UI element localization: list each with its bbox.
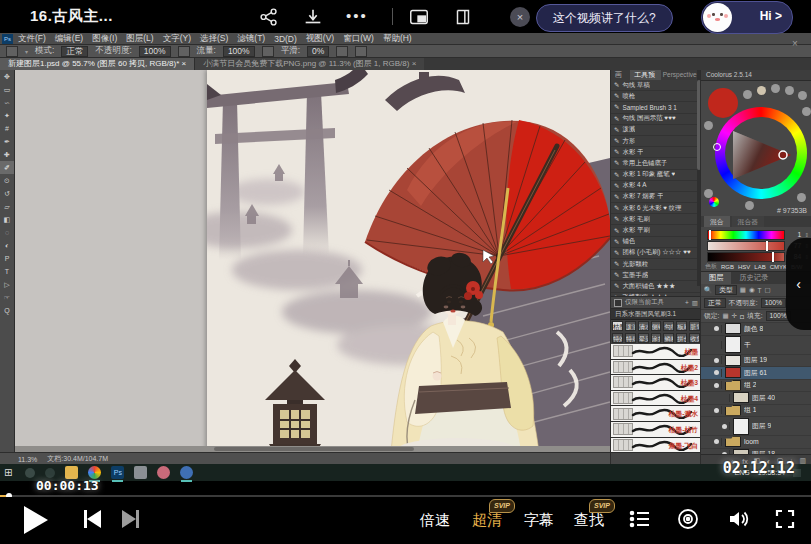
smoothing-select[interactable]: 0%: [307, 46, 329, 57]
menu-item[interactable]: 图像(I): [92, 33, 117, 45]
zoom-level[interactable]: 11.3%: [18, 456, 37, 463]
brush-pack-tab[interactable]: 特效: [612, 333, 623, 343]
tool-preset-item[interactable]: ✎ 宝墨手感: [611, 270, 701, 281]
filter-type-icon[interactable]: T: [758, 287, 762, 294]
ai-bubble-close-icon[interactable]: ×: [510, 7, 530, 27]
quality-button[interactable]: 超清: [472, 511, 502, 530]
layer-visibility-eye[interactable]: [719, 450, 730, 454]
cortana-icon[interactable]: [45, 468, 55, 478]
layer-visibility-eye[interactable]: [711, 406, 722, 414]
filter-shape-icon[interactable]: ▢: [765, 286, 771, 294]
ps-tool[interactable]: ⊙: [0, 174, 14, 187]
menu-item[interactable]: 图层(L): [126, 33, 153, 45]
blend-mode-select[interactable]: 正常: [61, 46, 88, 57]
mode-lab[interactable]: LAB: [754, 264, 765, 270]
layer-thumbnail[interactable]: [733, 392, 749, 403]
layer-row[interactable]: 图层 61: [701, 367, 811, 380]
hue-marker[interactable]: [713, 143, 721, 151]
document-tab[interactable]: 新建图层1.psd @ 55.7% (图层 60 拷贝, RGB/8)* ×: [0, 58, 194, 70]
lock-all-icon[interactable]: ◘: [740, 313, 744, 320]
airbrush-icon[interactable]: [262, 46, 274, 57]
palette-dot[interactable]: [798, 91, 807, 100]
brush-pack-tab[interactable]: 侧锋: [651, 321, 662, 331]
ps-tool[interactable]: T: [0, 265, 14, 278]
brush-pack-tab[interactable]: 脏笔: [689, 321, 700, 331]
layer-row[interactable]: 图层 40: [701, 392, 811, 405]
playlist-collapse-tab[interactable]: ‹: [786, 238, 811, 330]
picture-in-picture-icon[interactable]: [406, 6, 432, 28]
current-tool-only-checkbox[interactable]: [614, 299, 622, 307]
layer-visibility-eye[interactable]: [711, 369, 722, 377]
ps-tool[interactable]: #: [0, 122, 14, 135]
tool-preset-item[interactable]: ✎ 水彩 6 光木彩 ♥ 纹理: [611, 203, 701, 214]
filter-type-select[interactable]: 类型: [715, 285, 737, 295]
tab-brush[interactable]: 画笔: [611, 70, 630, 80]
tool-preset-item[interactable]: ✎ 勾线 国画示范 ♥♥♥: [611, 114, 701, 125]
layer-opacity-select[interactable]: 100%: [761, 298, 786, 308]
flow-select[interactable]: 100%: [223, 46, 255, 57]
tool-preset-item[interactable]: ✎ 飞蛾刺痕 ★★★: [611, 293, 701, 297]
filter-pixel-icon[interactable]: ▦: [740, 286, 746, 294]
ps-tool[interactable]: ✦: [0, 109, 14, 122]
ai-assistant-pill[interactable]: Hi >: [701, 1, 793, 34]
previous-episode-button[interactable]: [84, 510, 101, 528]
search-in-video-button[interactable]: 查找: [574, 511, 604, 530]
tool-preset-item[interactable]: ✎ 团棉 (小毛刷) ☆☆☆ ♥♥: [611, 248, 701, 259]
download-icon[interactable]: [300, 6, 326, 28]
layer-row[interactable]: 图层 9: [701, 417, 811, 436]
layer-thumbnail[interactable]: [725, 323, 741, 334]
hex-value[interactable]: # 97353B: [777, 207, 807, 214]
menu-item[interactable]: 滤镜(T): [237, 33, 265, 45]
tool-preset-item[interactable]: ✎ 水彩 干: [611, 147, 701, 158]
subtitle-button[interactable]: 字幕: [524, 511, 554, 530]
layer-thumbnail[interactable]: [725, 336, 741, 353]
ps-tool[interactable]: ◐: [0, 239, 14, 252]
ps-tool[interactable]: ↺: [0, 187, 14, 200]
layer-row[interactable]: 图层 19: [701, 355, 811, 368]
color-wheel-mini-icon[interactable]: [709, 197, 719, 207]
brush-pack-tab[interactable]: 泼洒: [625, 321, 636, 331]
ai-question-bubble[interactable]: 这个视频讲了什么?: [536, 4, 673, 32]
ps-tool[interactable]: ☞: [0, 291, 14, 304]
brush-pack-tab[interactable]: 收集: [689, 333, 700, 343]
brush-pack-tab[interactable]: 鳞粉: [663, 333, 674, 343]
tab-tool-presets[interactable]: 工具预设: [630, 70, 661, 80]
brush-stroke-item[interactable]: 枯墨: [611, 344, 701, 360]
layer-thumbnail[interactable]: [725, 367, 741, 378]
tool-preset-item[interactable]: ✎ 水彩 4 A: [611, 181, 701, 192]
tool-preset-item[interactable]: ✎ 常用上色铺底子: [611, 158, 701, 169]
layer-visibility-eye[interactable]: [719, 394, 730, 402]
pressure-opacity-icon[interactable]: [178, 46, 190, 57]
layer-visibility-eye[interactable]: [719, 422, 730, 430]
tab-layers[interactable]: 图层: [701, 272, 731, 284]
tool-preset-item[interactable]: ✎ 铺色: [611, 237, 701, 248]
palette-dot[interactable]: [785, 86, 794, 95]
ps-tool[interactable]: ▷: [0, 278, 14, 291]
playback-speed-button[interactable]: 倍速: [420, 511, 450, 530]
tool-preset-item[interactable]: ✎ Sampled Brush 3 1: [611, 102, 701, 113]
layer-row[interactable]: 干: [701, 336, 811, 355]
brush-pack-tab[interactable]: 晕染: [638, 333, 649, 343]
mode-cmyk[interactable]: CMYK: [770, 264, 787, 270]
ps-tool[interactable]: ✒: [0, 135, 14, 148]
menu-item[interactable]: 3D(D): [274, 34, 297, 44]
mode-hsv[interactable]: HSV: [738, 264, 750, 270]
playlist-icon[interactable]: [628, 507, 652, 531]
current-color-swatch[interactable]: [708, 88, 738, 118]
app-icon[interactable]: [157, 466, 170, 479]
search-icon[interactable]: 🔍: [704, 286, 712, 294]
layer-visibility-eye[interactable]: [711, 438, 722, 446]
new-preset-icon[interactable]: +: [685, 299, 689, 306]
palette-dot[interactable]: [797, 193, 806, 202]
ps-tool[interactable]: ◌: [0, 226, 14, 239]
gear-icon[interactable]: [336, 46, 348, 57]
tool-preset-item[interactable]: ✎ 勾线 草稿: [611, 80, 701, 91]
side-panel-icon[interactable]: [450, 6, 476, 28]
brush-pack-tab[interactable]: 清水: [638, 321, 649, 331]
search-icon[interactable]: [25, 468, 35, 478]
filter-adjust-icon[interactable]: ◉: [749, 286, 755, 294]
tab-mix[interactable]: 混合: [704, 216, 730, 227]
brush-pack-tab[interactable]: 特殊: [625, 333, 636, 343]
layer-thumbnail[interactable]: [733, 418, 749, 435]
coolorus-panel-header[interactable]: Coolorus 2.5.14: [701, 70, 811, 81]
